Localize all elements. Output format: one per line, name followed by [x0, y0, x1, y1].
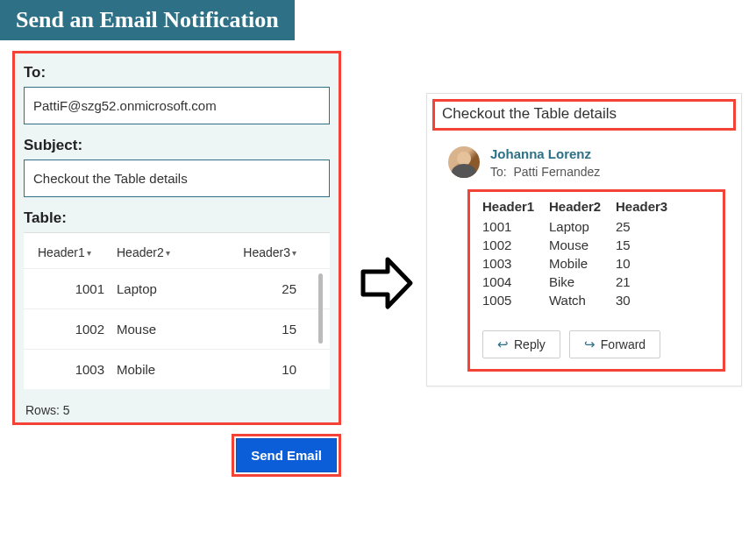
to-input[interactable] [24, 87, 330, 124]
column-header-1[interactable]: Header1▾ [38, 245, 117, 259]
email-table-row: 1005Watch30 [482, 291, 714, 309]
to-label: To: [24, 64, 330, 82]
email-preview-card: Checkout the Table details Johanna Loren… [426, 93, 742, 386]
email-table-row: 1003Mobile10 [482, 254, 714, 273]
column-header-2[interactable]: Header2▾ [117, 245, 231, 259]
table-row[interactable]: 1003Mobile10 [24, 349, 330, 389]
email-body-highlight: Header1 Header2 Header3 1001Laptop25 100… [467, 189, 725, 372]
email-subject-highlight: Checkout the Table details [432, 99, 736, 131]
sender-name[interactable]: Johanna Lorenz [490, 146, 600, 161]
rows-count: Rows: 5 [24, 389, 330, 422]
email-table-row: 1001Laptop25 [482, 217, 714, 236]
table-row[interactable]: 1002Mouse15 [24, 308, 330, 349]
avatar [448, 146, 480, 178]
table-label: Table: [24, 209, 330, 227]
send-email-button[interactable]: Send Email [236, 438, 337, 472]
chevron-down-icon: ▾ [292, 248, 296, 258]
table-header-row: Header1▾ Header2▾ Header3▾ [24, 233, 330, 268]
table-row[interactable]: 1001Laptop25 [24, 268, 330, 308]
form-table: Header1▾ Header2▾ Header3▾ 1001Laptop25 … [24, 232, 330, 389]
send-button-highlight: Send Email [232, 434, 341, 477]
chevron-down-icon: ▾ [87, 248, 91, 258]
page-title: Send an Email Notification [0, 0, 295, 40]
table-body: 1001Laptop25 1002Mouse15 1003Mobile10 [24, 268, 330, 389]
email-header: Johanna Lorenz To: Patti Fernandez [427, 131, 741, 186]
email-table: Header1 Header2 Header3 1001Laptop25 100… [482, 199, 714, 309]
form-panel: To: Subject: Table: Header1▾ Header2▾ He… [12, 51, 341, 425]
reply-icon: ↩ [497, 337, 509, 352]
column-header-3[interactable]: Header3▾ [231, 245, 323, 259]
subject-label: Subject: [24, 137, 330, 154]
subject-input[interactable] [24, 160, 330, 197]
email-table-row: 1002Mouse15 [482, 236, 714, 254]
email-table-row: 1004Bike21 [482, 273, 714, 291]
email-subject: Checkout the Table details [442, 105, 726, 123]
email-table-header: Header1 Header2 Header3 [482, 199, 714, 214]
forward-button[interactable]: ↪Forward [569, 330, 660, 358]
scrollbar[interactable] [318, 273, 323, 344]
arrow-right-icon [358, 254, 416, 312]
forward-icon: ↪ [584, 337, 596, 352]
reply-actions: ↩Reply ↪Forward [482, 330, 714, 358]
reply-button[interactable]: ↩Reply [482, 330, 560, 358]
chevron-down-icon: ▾ [166, 248, 170, 258]
recipient-line: To: Patti Fernandez [490, 165, 600, 179]
